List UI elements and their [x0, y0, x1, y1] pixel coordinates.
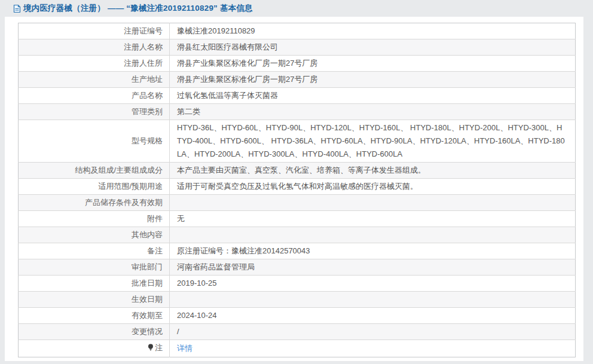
table-row: 生产地址 滑县产业集聚区标准化厂房一期27号厂房: [19, 72, 576, 88]
field-value: 滑县产业集聚区标准化厂房一期27号厂房: [170, 72, 576, 88]
content-panel: 注册证编号 豫械注准20192110829 注册人名称 滑县红太阳医疗器械有限公…: [5, 17, 583, 361]
field-value: 2019-10-25: [170, 276, 576, 292]
field-value: 豫械注准20192110829: [170, 23, 576, 39]
field-label: 审批部门: [19, 259, 170, 276]
field-value: HTYD-36L、HTYD-60L、HTYD-90L、HTYD-120L、HTY…: [170, 120, 576, 163]
field-label-text: 注: [155, 343, 163, 352]
table-row: 注 详情: [19, 340, 576, 357]
field-value: [170, 292, 576, 308]
table-row: 批准日期 2019-10-25: [19, 276, 576, 292]
field-label: 生效日期: [19, 292, 170, 308]
table-row: 产品名称 过氧化氢低温等离子体灭菌器: [19, 88, 576, 104]
field-label: 其他内容: [19, 227, 170, 243]
field-label: 注册人住所: [19, 56, 170, 72]
field-value: 无: [170, 211, 576, 227]
table-row: 型号规格 HTYD-36L、HTYD-60L、HTYD-90L、HTYD-120…: [19, 120, 576, 163]
table-row: 注册人名称 滑县红太阳医疗器械有限公司: [19, 39, 576, 56]
table-row: 审批部门 河南省药品监督管理局: [19, 259, 576, 276]
page-title: 境内医疗器械（注册） —— “豫械注准20192110829” 基本信息: [23, 3, 253, 14]
field-value: 2024-10-24: [170, 308, 576, 324]
table-row: 注册人住所 滑县产业集聚区标准化厂房一期27号厂房: [19, 56, 576, 72]
field-label: 适用范围/预期用途: [19, 179, 170, 195]
table-row: 变更情况 /: [19, 324, 576, 340]
field-value: 适用于可耐受真空负压及过氧化氢气体和对高温敏感的医疗器械灭菌。: [170, 179, 576, 195]
table-row: 生效日期: [19, 292, 576, 308]
field-label: 产品储存条件及有效期: [19, 195, 170, 211]
field-label: 备注: [19, 243, 170, 259]
field-label: 生产地址: [19, 72, 170, 88]
table-row: 管理类别 第二类: [19, 104, 576, 120]
table-row: 附件 无: [19, 211, 576, 227]
field-label: 型号规格: [19, 120, 170, 163]
field-value: 详情: [170, 340, 576, 357]
field-label: 管理类别: [19, 104, 170, 120]
field-label: 有效期至: [19, 308, 170, 324]
table-row: 其他内容: [19, 227, 576, 243]
details-link[interactable]: 详情: [177, 344, 192, 353]
field-value: [170, 227, 576, 243]
field-value: 原注册证编号：豫械注准20142570043: [170, 243, 576, 259]
field-label: 变更情况: [19, 324, 170, 340]
field-label-note: 注: [19, 340, 170, 357]
table-row: 适用范围/预期用途 适用于可耐受真空负压及过氧化氢气体和对高温敏感的医疗器械灭菌…: [19, 179, 576, 195]
field-value: 河南省药品监督管理局: [170, 259, 576, 276]
lightbulb-icon: [148, 342, 154, 356]
field-value: 过氧化氢低温等离子体灭菌器: [170, 88, 576, 104]
title-bar: 境内医疗器械（注册） —— “豫械注准20192110829” 基本信息: [0, 0, 593, 17]
field-value: 滑县产业集聚区标准化厂房一期27号厂房: [170, 56, 576, 72]
field-value: 滑县红太阳医疗器械有限公司: [170, 39, 576, 56]
document-icon: [13, 4, 21, 13]
field-label: 注册人名称: [19, 39, 170, 56]
field-label: 产品名称: [19, 88, 170, 104]
field-label: 注册证编号: [19, 23, 170, 39]
field-value: /: [170, 324, 576, 340]
field-value: [170, 195, 576, 211]
table-row: 注册证编号 豫械注准20192110829: [19, 23, 576, 39]
field-label: 附件: [19, 211, 170, 227]
field-label: 批准日期: [19, 276, 170, 292]
table-row: 结构及组成/主要组成成分 本产品主要由灭菌室、真空泵、汽化室、培养箱、等离子体发…: [19, 163, 576, 179]
table-row: 备注 原注册证编号：豫械注准20142570043: [19, 243, 576, 259]
field-value: 本产品主要由灭菌室、真空泵、汽化室、培养箱、等离子体发生器组成。: [170, 163, 576, 179]
table-row: 有效期至 2024-10-24: [19, 308, 576, 324]
field-label: 结构及组成/主要组成成分: [19, 163, 170, 179]
registration-info-table: 注册证编号 豫械注准20192110829 注册人名称 滑县红太阳医疗器械有限公…: [18, 23, 576, 357]
field-value: 第二类: [170, 104, 576, 120]
table-row: 产品储存条件及有效期: [19, 195, 576, 211]
